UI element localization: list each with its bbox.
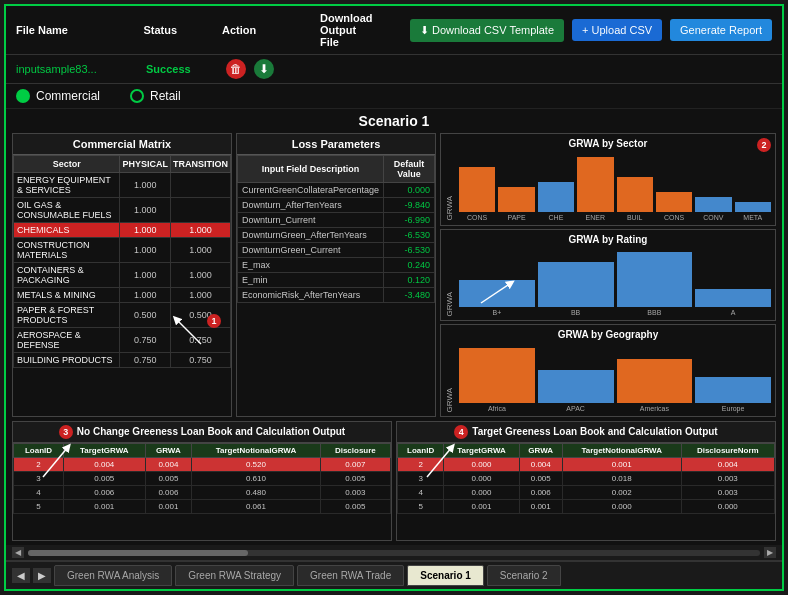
- bar-label: PAPE: [507, 214, 525, 221]
- bar-item: BB: [538, 262, 614, 317]
- bl-cell: 0.005: [145, 472, 192, 486]
- cm-table-row: CHEMICALS 1.000 1.000: [14, 223, 231, 238]
- lp-desc: E_max: [238, 258, 384, 273]
- upload-csv-button[interactable]: + Upload CSV: [572, 19, 662, 41]
- grwa-rating-chart: GRWA by Rating GRWA B+ BB BBB A: [440, 229, 776, 322]
- bl-cell: 0.520: [192, 458, 321, 472]
- br-cell: 0.006: [519, 486, 562, 500]
- cm-physical: 0.750: [120, 328, 171, 353]
- scrollbar-row: ◀ ▶: [6, 545, 782, 561]
- cm-physical: 0.750: [120, 353, 171, 368]
- bar: [695, 197, 731, 212]
- header-cols: File Name Status Action Download Output …: [16, 12, 410, 48]
- bl-cell: 0.004: [145, 458, 192, 472]
- col-filename-header: File Name: [16, 24, 143, 36]
- bar-label: BB: [571, 309, 580, 316]
- radio-retail[interactable]: Retail: [130, 89, 181, 103]
- charts-column: GRWA by Sector GRWA CONS PAPE CHE ENER B…: [440, 133, 776, 417]
- commercial-matrix-table: Sector PHYSICAL TRANSITION ENERGY EQUIPM…: [13, 155, 231, 368]
- commercial-matrix-title: Commercial Matrix: [13, 134, 231, 155]
- lp-value: 0.120: [384, 273, 435, 288]
- lp-table-row: Downturn_AfterTenYears -9.840: [238, 198, 435, 213]
- tab-item[interactable]: Scenario 1: [407, 565, 484, 586]
- tab-item[interactable]: Green RWA Trade: [297, 565, 404, 586]
- cm-physical: 1.000: [120, 223, 171, 238]
- lp-table-row: E_min 0.120: [238, 273, 435, 288]
- bottom-left-table: LoanIDTargetGRWAGRWATargetNotionalGRWADi…: [13, 443, 391, 514]
- file-row: inputsample83... Success 🗑 ⬇: [6, 55, 782, 84]
- bl-cell: 0.005: [320, 472, 390, 486]
- br-cell: 2: [398, 458, 444, 472]
- grwa-rating-title: GRWA by Rating: [445, 234, 771, 245]
- br-cell: 5: [398, 500, 444, 514]
- bar-item: A: [695, 289, 771, 316]
- delete-icon[interactable]: 🗑: [226, 59, 246, 79]
- download-file-icon[interactable]: ⬇: [254, 59, 274, 79]
- top-bar: File Name Status Action Download Output …: [6, 6, 782, 55]
- file-name-value: inputsample83...: [16, 63, 146, 75]
- bar-item: BUIL: [617, 177, 653, 221]
- lp-table-row: Downturn_Current -6.990: [238, 213, 435, 228]
- br-cell: 0.003: [681, 486, 774, 500]
- bar: [617, 252, 693, 307]
- cm-table-row: METALS & MINING 1.000 1.000: [14, 288, 231, 303]
- lp-desc: DownturnGreen_Current: [238, 243, 384, 258]
- download-csv-template-button[interactable]: ⬇ Download CSV Template: [410, 19, 564, 42]
- cm-table-row: CONTAINERS & PACKAGING 1.000 1.000: [14, 263, 231, 288]
- lp-desc: EconomicRisk_AfterTenYears: [238, 288, 384, 303]
- cm-table-row: BUILDING PRODUCTS 0.750 0.750: [14, 353, 231, 368]
- grwa-sector-chart: GRWA by Sector GRWA CONS PAPE CHE ENER B…: [440, 133, 776, 226]
- tab-nav-prev[interactable]: ◀: [12, 568, 30, 583]
- br-cell: 0.001: [562, 458, 681, 472]
- loss-params-panel: Loss Parameters Input Field Description …: [236, 133, 436, 417]
- lp-value: 0.000: [384, 183, 435, 198]
- grwa-geography-title: GRWA by Geography: [445, 329, 771, 340]
- cm-transition: 1.000: [171, 223, 231, 238]
- br-col-header: LoanID: [398, 444, 444, 458]
- radio-commercial[interactable]: Commercial: [16, 89, 100, 103]
- br-cell: 0.003: [681, 472, 774, 486]
- br-cell: 0.000: [444, 458, 519, 472]
- bottom-right-scroll[interactable]: LoanIDTargetGRWAGRWATargetNotionalGRWADi…: [397, 443, 775, 540]
- bottom-left-row: 30.0050.0050.6100.005: [14, 472, 391, 486]
- bar-item: ENER: [577, 157, 613, 221]
- tab-item[interactable]: Green RWA Strategy: [175, 565, 294, 586]
- lp-value: -3.480: [384, 288, 435, 303]
- cm-physical: 1.000: [120, 263, 171, 288]
- cm-physical: 1.000: [120, 238, 171, 263]
- scroll-left-button[interactable]: ◀: [12, 547, 24, 558]
- bl-col-header: TargetGRWA: [64, 444, 146, 458]
- br-cell: 0.002: [562, 486, 681, 500]
- scroll-right-button[interactable]: ▶: [764, 547, 776, 558]
- scrollbar-track[interactable]: [28, 550, 760, 556]
- radio-row: Commercial Retail: [6, 84, 782, 109]
- cm-transition: 1.000: [171, 263, 231, 288]
- grwa-sector-title: GRWA by Sector: [445, 138, 771, 149]
- grwa-rating-ylabel: GRWA: [445, 292, 454, 316]
- cm-sector: METALS & MINING: [14, 288, 120, 303]
- cm-sector: AEROSPACE & DEFENSE: [14, 328, 120, 353]
- bottom-right-title: 4Target Greeness Loan Book and Calculati…: [397, 422, 775, 443]
- bar: [498, 187, 534, 212]
- lp-desc: DownturnGreen_AfterTenYears: [238, 228, 384, 243]
- cm-physical: 0.500: [120, 303, 171, 328]
- scrollbar-thumb: [28, 550, 248, 556]
- bar-label: META: [743, 214, 762, 221]
- bar: [459, 280, 535, 308]
- lp-table-row: DownturnGreen_Current -6.530: [238, 243, 435, 258]
- tab-item[interactable]: Scenario 2: [487, 565, 561, 586]
- tab-nav-next[interactable]: ▶: [33, 568, 51, 583]
- tab-item[interactable]: Green RWA Analysis: [54, 565, 172, 586]
- grwa-sector-area: GRWA CONS PAPE CHE ENER BUIL CONS CONV: [445, 152, 771, 221]
- col-download-header: Download Output File: [320, 12, 410, 48]
- bottom-left-panel: 3No Change Greeness Loan Book and Calcul…: [12, 421, 392, 541]
- lp-value: -6.990: [384, 213, 435, 228]
- bottom-left-scroll[interactable]: LoanIDTargetGRWAGRWATargetNotionalGRWADi…: [13, 443, 391, 540]
- bar-label: A: [731, 309, 736, 316]
- lp-col-desc: Input Field Description: [238, 156, 384, 183]
- file-status-value: Success: [146, 63, 226, 75]
- generate-report-button[interactable]: Generate Report: [670, 19, 772, 41]
- bar: [656, 192, 692, 212]
- bar-label: CONS: [664, 214, 684, 221]
- lp-table-row: E_max 0.240: [238, 258, 435, 273]
